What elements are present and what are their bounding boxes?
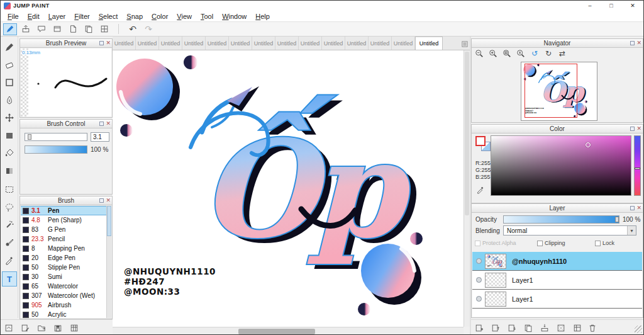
tab-untitled[interactable]: Untitled bbox=[392, 37, 415, 50]
brush-item-edge-pen[interactable]: 20Edge Pen bbox=[21, 253, 106, 263]
tab-untitled[interactable]: Untitled bbox=[275, 37, 299, 50]
tab-untitled[interactable]: Untitled bbox=[206, 37, 229, 50]
clear-layer-button[interactable] bbox=[554, 322, 568, 334]
maximize-button[interactable]: □ bbox=[601, 1, 622, 11]
move-tool[interactable] bbox=[2, 110, 17, 125]
close-icon[interactable]: ✕ bbox=[636, 126, 641, 132]
save-button[interactable] bbox=[51, 322, 65, 334]
popout-icon[interactable] bbox=[99, 41, 104, 45]
lower-layer-button[interactable] bbox=[505, 322, 519, 334]
brush-item-gpen[interactable]: 83G Pen bbox=[21, 225, 106, 234]
merge-layer-button[interactable] bbox=[538, 322, 552, 334]
layer-row[interactable]: Layer1 bbox=[472, 290, 642, 309]
close-icon[interactable]: ✕ bbox=[106, 198, 111, 203]
menu-file[interactable]: File bbox=[3, 13, 23, 20]
undo-button[interactable]: ↶ bbox=[126, 23, 140, 35]
brush-item-acrylic[interactable]: 50Acrylic bbox=[21, 310, 106, 318]
material-button[interactable] bbox=[67, 322, 81, 334]
panel-button[interactable] bbox=[50, 23, 64, 35]
canvas-horizontal-scrollbar[interactable] bbox=[113, 327, 464, 335]
open-folder-button[interactable] bbox=[35, 322, 48, 334]
brush-item-sumi[interactable]: 30Sumi bbox=[21, 272, 106, 281]
brush-item-watercolor[interactable]: 65Watercolor bbox=[21, 281, 106, 291]
brush-item-airbrush[interactable]: 905Airbrush bbox=[21, 300, 106, 310]
lasso-tool[interactable] bbox=[2, 200, 17, 215]
hue-marker[interactable] bbox=[635, 168, 640, 169]
scrollbar-thumb[interactable] bbox=[238, 329, 315, 334]
dropdown-arrow-icon[interactable]: ▾ bbox=[627, 226, 636, 235]
lock-checkbox[interactable]: Lock bbox=[595, 240, 614, 246]
tab-untitled[interactable]: Untitled bbox=[299, 37, 322, 50]
brush-mode-button[interactable] bbox=[3, 23, 17, 35]
close-icon[interactable]: ✕ bbox=[636, 40, 641, 46]
text-tool[interactable]: T bbox=[2, 271, 17, 287]
menu-filter[interactable]: Filter bbox=[70, 13, 94, 20]
navigator-preview[interactable] bbox=[521, 62, 597, 121]
zoom-fit-button[interactable] bbox=[501, 48, 513, 59]
tab-untitled[interactable]: Untitled bbox=[322, 37, 345, 50]
resize-grip[interactable] bbox=[635, 326, 642, 333]
eyedropper-icon[interactable] bbox=[476, 185, 485, 194]
delete-layer-button[interactable] bbox=[586, 322, 599, 334]
raise-layer-button[interactable] bbox=[489, 322, 502, 334]
marquee-tool[interactable] bbox=[2, 182, 17, 197]
close-icon[interactable]: ✕ bbox=[636, 205, 641, 211]
layer-row-active[interactable]: @nhuquynh1110 bbox=[472, 252, 642, 271]
hue-slider[interactable] bbox=[634, 135, 641, 196]
zoom-in-button[interactable] bbox=[487, 48, 499, 59]
brush-item-stipple-pen[interactable]: 50Stipple Pen bbox=[21, 263, 106, 272]
scrollbar-thumb[interactable] bbox=[465, 52, 469, 215]
color-picker-marker[interactable] bbox=[586, 142, 591, 147]
brush-item-mapping-pen[interactable]: 8Mapping Pen bbox=[21, 244, 106, 253]
layer-visibility-icon[interactable] bbox=[476, 296, 482, 302]
menu-view[interactable]: View bbox=[172, 13, 196, 20]
brush-item-pen-sharp[interactable]: 4.8Pen (Sharp) bbox=[21, 215, 106, 225]
pen-tool[interactable] bbox=[2, 40, 17, 55]
tab-untitled-active[interactable]: Untitled bbox=[415, 37, 443, 50]
menu-help[interactable]: Help bbox=[251, 13, 274, 20]
tab-untitled[interactable]: Untitled bbox=[369, 37, 392, 50]
menu-select[interactable]: Select bbox=[94, 13, 123, 20]
tab-untitled[interactable]: Untitled bbox=[182, 37, 206, 50]
scrollbar-thumb[interactable] bbox=[107, 206, 111, 236]
menu-layer[interactable]: Layer bbox=[44, 13, 70, 20]
eyedropper-tool[interactable] bbox=[2, 253, 17, 268]
protect-alpha-checkbox[interactable]: Protect Alpha bbox=[475, 240, 516, 246]
brush-list-scrollbar[interactable] bbox=[106, 206, 111, 318]
zoom-out-button[interactable] bbox=[473, 48, 486, 59]
brush-item-watercolor-wet[interactable]: 307Watercolor (Wet) bbox=[21, 291, 106, 300]
add-layer-button[interactable] bbox=[472, 322, 486, 334]
fill-rect-tool[interactable] bbox=[2, 128, 17, 143]
shape-tool[interactable] bbox=[2, 75, 17, 90]
popout-icon[interactable] bbox=[630, 206, 635, 210]
grid-button[interactable] bbox=[97, 23, 111, 35]
popout-icon[interactable] bbox=[99, 198, 104, 203]
blending-dropdown[interactable]: Normal ▾ bbox=[503, 225, 636, 236]
brush-size-slider[interactable] bbox=[25, 133, 87, 141]
gradient-tool[interactable] bbox=[2, 163, 17, 178]
zoom-100-button[interactable] bbox=[514, 48, 527, 59]
duplicate-layer-button[interactable] bbox=[521, 322, 535, 334]
clipping-checkbox[interactable]: Clipping bbox=[537, 240, 565, 246]
foreground-color-swatch[interactable] bbox=[475, 136, 486, 146]
popout-icon[interactable] bbox=[630, 127, 635, 131]
tab-untitled[interactable]: Untitled bbox=[345, 37, 369, 50]
brush-size-value[interactable]: 3.1 bbox=[91, 132, 109, 142]
tab-list-button[interactable] bbox=[461, 40, 469, 48]
layer-row[interactable]: Layer1 bbox=[472, 271, 642, 290]
menu-window[interactable]: Window bbox=[218, 13, 251, 20]
panel-toggle-button[interactable] bbox=[2, 322, 16, 334]
bucket-tool[interactable] bbox=[2, 145, 17, 161]
popout-icon[interactable] bbox=[630, 41, 635, 45]
tab-untitled[interactable]: Untitled bbox=[136, 37, 159, 50]
export-button[interactable] bbox=[19, 23, 33, 35]
comment-button[interactable] bbox=[35, 23, 48, 35]
layer-visibility-icon[interactable] bbox=[476, 258, 482, 264]
documents-button[interactable] bbox=[82, 23, 96, 35]
slider-handle[interactable] bbox=[28, 134, 31, 140]
tab-untitled[interactable]: Untitled bbox=[252, 37, 275, 50]
new-canvas-button[interactable] bbox=[18, 322, 32, 334]
tab-untitled[interactable]: Untitled bbox=[113, 37, 136, 50]
menu-snap[interactable]: Snap bbox=[122, 13, 147, 20]
layer-visibility-icon[interactable] bbox=[476, 277, 482, 283]
